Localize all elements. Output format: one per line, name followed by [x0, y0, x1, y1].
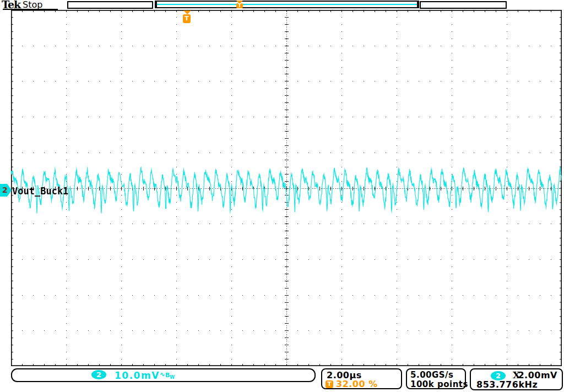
trigger-position-readout: T 32.00 % — [326, 379, 397, 388]
record-bar-displayed-window[interactable] — [155, 1, 419, 8]
screen-trigger-position-marker[interactable]: T — [183, 10, 192, 25]
oscilloscope-screen: { "colors": { "cyan": "#00DFDF", "wavefo… — [0, 0, 564, 392]
channel2-scale-readout: 10.0mV∿BW — [115, 370, 175, 381]
acquisition-status: Stop — [23, 0, 42, 10]
waveform-display — [11, 10, 562, 366]
acquisition-readout-box[interactable]: 5.00GS/s 100k points — [406, 368, 466, 389]
record-bar-right-segment — [420, 1, 507, 9]
waveform-label[interactable]: Vout_Buck1 — [12, 186, 68, 197]
sample-rate-readout: 5.00GS/s — [410, 370, 454, 380]
channel2-scale-value: 10.0mV — [115, 370, 160, 381]
trigger-t-icon: T — [183, 14, 191, 23]
graticule — [11, 10, 562, 366]
channel2-badge: 2 — [91, 370, 106, 379]
trigger-t-icon: T — [236, 3, 243, 8]
record-bar-left-segment — [67, 1, 153, 9]
trigger-readout-box[interactable]: 2 X 2.00mV 853.776kHz — [470, 368, 563, 390]
trigger-arrow-icon — [183, 10, 191, 14]
trigger-position-value: 32.00 % — [336, 379, 378, 389]
trigger-frequency-readout: 853.776kHz — [476, 379, 538, 390]
record-length-readout: 100k points — [410, 379, 468, 389]
channel2-readout-box[interactable]: 2 10.0mV∿BW — [11, 368, 316, 382]
trigger-t-icon: T — [326, 380, 333, 388]
waveform-preview-line — [157, 4, 417, 5]
ac-coupling-icon: ∿ — [160, 371, 165, 378]
bandwidth-limit-icon: BW — [165, 372, 175, 379]
horizontal-readout-box[interactable]: 2.00µs T 32.00 % — [321, 368, 402, 389]
channel2-position-marker[interactable]: 2 — [0, 184, 12, 197]
record-bar-trigger-marker[interactable]: T — [236, 1, 243, 8]
